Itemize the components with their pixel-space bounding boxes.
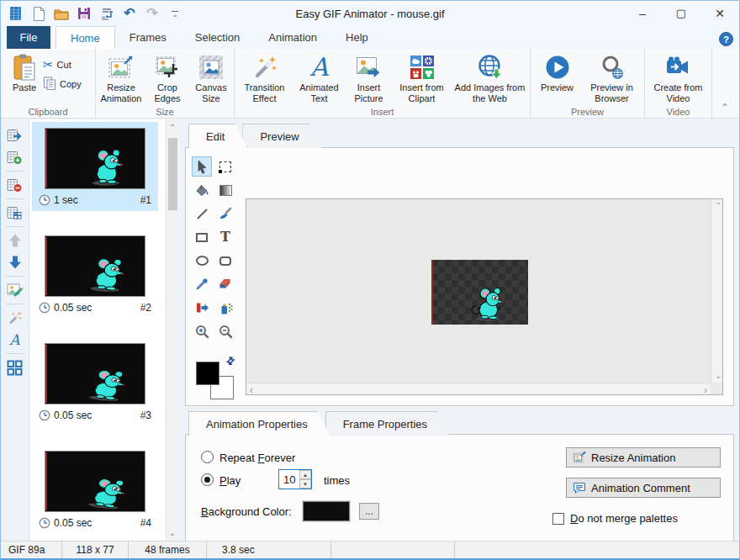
- rectangle-tool[interactable]: [192, 227, 212, 247]
- play-times-value[interactable]: 10: [279, 470, 299, 489]
- scroll-right-arrow[interactable]: ›: [704, 385, 707, 395]
- save-button[interactable]: [76, 5, 92, 22]
- redo-button[interactable]: ↷: [144, 5, 161, 22]
- move-frame-button[interactable]: [5, 125, 25, 145]
- preview-in-browser-button[interactable]: Preview in Browser: [583, 51, 642, 106]
- replace-color-tool[interactable]: [192, 298, 212, 318]
- delete-frame-button[interactable]: [5, 175, 25, 195]
- tab-selection[interactable]: Selection: [181, 26, 254, 49]
- crop-edges-button[interactable]: Crop Edges: [146, 51, 188, 106]
- scroll-left-arrow[interactable]: ‹: [250, 385, 253, 395]
- scroll-up-arrow[interactable]: ⌃: [166, 121, 178, 134]
- scroll-down-arrow[interactable]: ⌄: [166, 526, 178, 539]
- text-tool[interactable]: T: [215, 227, 235, 247]
- marquee-tool[interactable]: [215, 156, 235, 177]
- tab-frames[interactable]: Frames: [115, 26, 181, 49]
- frame-item-2[interactable]: 0.05 sec #2: [32, 230, 158, 319]
- animation-comment-button[interactable]: Animation Comment: [566, 478, 721, 498]
- transition-effect-button[interactable]: Transition Effect: [238, 51, 292, 106]
- optimize-button[interactable]: [98, 5, 115, 22]
- copy-button[interactable]: Copy: [43, 77, 82, 92]
- tab-animation-properties[interactable]: Animation Properties: [188, 411, 330, 436]
- tab-help[interactable]: Help: [331, 26, 383, 49]
- gradient-icon: [219, 185, 232, 196]
- move-frame-down-button[interactable]: [5, 252, 25, 272]
- add-images-from-web-button[interactable]: Add Images from the Web: [453, 51, 527, 106]
- zoom-in-tool[interactable]: [192, 321, 212, 341]
- canvas-vscrollbar[interactable]: ⌃ ⌄: [711, 199, 722, 383]
- swap-colors-icon[interactable]: ⇄: [224, 353, 238, 367]
- frame-item-4[interactable]: 0.05 sec #4: [32, 445, 158, 534]
- eyedropper-tool[interactable]: [192, 274, 212, 294]
- spinner-up-button[interactable]: ▲: [299, 470, 311, 479]
- insert-from-clipart-button[interactable]: Insert from Clipart: [393, 51, 452, 106]
- extract-frames-button[interactable]: [5, 203, 25, 223]
- eraser-tool[interactable]: [215, 274, 235, 294]
- close-button[interactable]: ✕: [700, 1, 739, 25]
- gradient-tool[interactable]: [215, 180, 235, 200]
- animated-text-button[interactable]: A Animated Text: [293, 51, 346, 106]
- add-text-button[interactable]: A: [5, 330, 25, 350]
- frame-list: 1 sec #1 0.05 sec #2: [29, 119, 166, 541]
- scroll-up-arrow[interactable]: ⌃: [715, 202, 722, 210]
- ribbon-tab-row: File Home Frames Selection Animation Hel…: [1, 26, 739, 49]
- select-tool[interactable]: [192, 156, 212, 177]
- scrollbar-thumb[interactable]: [168, 138, 177, 210]
- background-color-browse-button[interactable]: ...: [359, 503, 379, 520]
- undo-button[interactable]: ↶: [121, 5, 138, 22]
- manage-frames-button[interactable]: [5, 357, 25, 378]
- maximize-button[interactable]: ▢: [662, 1, 700, 25]
- foreground-color-well[interactable]: [196, 362, 219, 385]
- rounded-rect-tool[interactable]: [215, 251, 235, 271]
- paste-button[interactable]: Paste: [6, 51, 43, 95]
- insert-picture-button[interactable]: Insert Picture: [347, 51, 391, 106]
- zoom-out-tool[interactable]: [215, 321, 235, 341]
- fill-tool[interactable]: [192, 180, 212, 200]
- app-icon[interactable]: [8, 5, 24, 22]
- add-frame-button[interactable]: [5, 147, 25, 167]
- edit-frame-button[interactable]: [5, 280, 25, 300]
- canvas-size-button[interactable]: Canvas Size: [190, 51, 232, 106]
- minimize-button[interactable]: –: [623, 1, 662, 25]
- spinner-down-button[interactable]: ▼: [299, 479, 311, 489]
- new-file-button[interactable]: [30, 5, 47, 22]
- preview-button[interactable]: Preview: [534, 51, 581, 95]
- gif-frame-image[interactable]: [431, 260, 528, 325]
- ellipse-tool[interactable]: [192, 251, 212, 271]
- edit-canvas[interactable]: ⌃ ⌄ ‹ ›: [246, 198, 723, 395]
- frame-number: #3: [140, 409, 151, 421]
- tab-file[interactable]: File: [7, 26, 50, 49]
- zoom-out-icon: [219, 325, 233, 339]
- scroll-down-arrow[interactable]: ⌄: [715, 372, 722, 380]
- tab-animation[interactable]: Animation: [254, 26, 331, 49]
- line-tool[interactable]: [192, 203, 212, 224]
- frame-item-1[interactable]: 1 sec #1: [32, 122, 158, 211]
- canvas-hscrollbar[interactable]: ‹ ›: [246, 383, 711, 394]
- times-label: times: [324, 474, 350, 487]
- brush-tool[interactable]: [215, 203, 235, 224]
- customize-quick-access-button[interactable]: ⌄: [166, 5, 183, 22]
- create-from-video-button[interactable]: Create from Video: [648, 51, 710, 106]
- move-frame-up-button[interactable]: [5, 230, 25, 251]
- play-radio[interactable]: [201, 473, 214, 486]
- collapse-ribbon-button[interactable]: ⌃: [721, 103, 729, 113]
- frame-item-3[interactable]: 0.05 sec #3: [32, 337, 158, 426]
- merge-palettes-checkbox[interactable]: [552, 513, 564, 525]
- open-button[interactable]: [53, 5, 70, 22]
- repeat-forever-radio[interactable]: [201, 451, 214, 463]
- frame-list-scrollbar[interactable]: ⌃ ⌄: [166, 119, 178, 541]
- resize-animation-button[interactable]: Resize Animation: [98, 51, 145, 106]
- spray-tool[interactable]: [215, 298, 235, 318]
- tab-preview-editor[interactable]: Preview: [242, 124, 321, 148]
- play-times-spinner[interactable]: 10 ▲ ▼: [278, 469, 312, 489]
- tab-home[interactable]: Home: [56, 26, 115, 49]
- background-color-swatch[interactable]: [303, 501, 350, 521]
- tab-frame-properties[interactable]: Frame Properties: [325, 411, 450, 436]
- replace-color-icon: [195, 301, 209, 314]
- help-icon[interactable]: ?: [719, 32, 733, 46]
- tab-edit[interactable]: Edit: [188, 124, 247, 148]
- cut-button[interactable]: ✂ Cut: [43, 58, 82, 71]
- color-wells: ⇄: [196, 358, 240, 400]
- resize-animation-panel-button[interactable]: Resize Animation: [566, 447, 721, 468]
- apply-effect-button[interactable]: [5, 308, 25, 328]
